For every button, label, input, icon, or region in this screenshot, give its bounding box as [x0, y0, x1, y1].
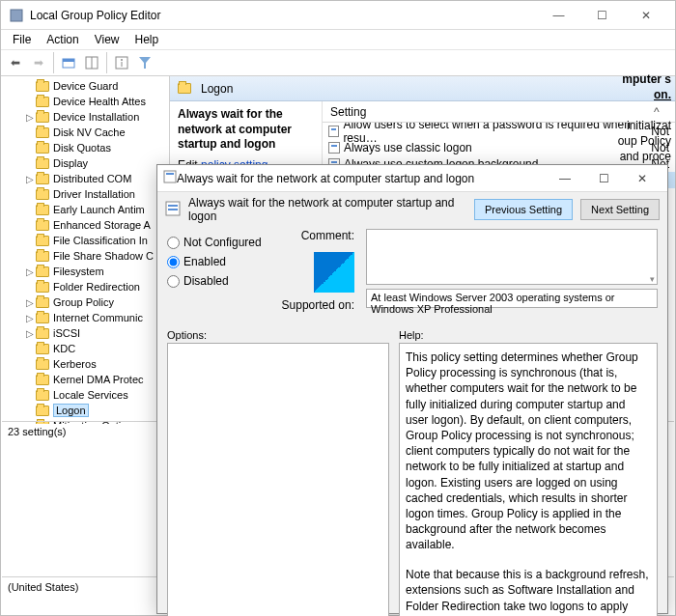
tree-item[interactable]: ▷KDC — [5, 341, 169, 356]
svg-rect-0 — [11, 10, 22, 21]
setting-title: Always wait for the network at computer … — [178, 107, 314, 153]
tree-item[interactable]: ▷Disk Quotas — [5, 140, 169, 155]
dialog-titlebar[interactable]: Always wait for the network at computer … — [157, 165, 667, 192]
menu-action[interactable]: Action — [39, 31, 86, 48]
folder-name: Logon — [201, 82, 233, 96]
options-label: Options: — [167, 329, 389, 341]
menubar: File Action View Help — [1, 30, 675, 49]
back-button[interactable]: ⬅ — [5, 52, 26, 73]
dialog-title: Always wait for the network at computer … — [177, 172, 546, 185]
properties-button[interactable] — [111, 52, 132, 73]
up-button[interactable] — [58, 52, 79, 73]
dialog-minimize[interactable]: — — [546, 166, 584, 191]
help-label: Help: — [399, 329, 658, 341]
tree-item[interactable]: ▷Locale Services — [5, 387, 169, 403]
tree-item[interactable]: ▷Driver Installation — [5, 186, 169, 202]
window-title: Local Group Policy Editor — [30, 9, 537, 22]
tree-item[interactable]: ▷Device Installation — [5, 109, 169, 125]
tree-item[interactable]: ▷Device Health Attes — [5, 94, 169, 109]
tree-item[interactable]: ▷Disk NV Cache — [5, 125, 169, 140]
tree-item[interactable]: ▷Kernel DMA Protec — [5, 372, 169, 387]
radio-disabled[interactable]: Disabled — [167, 271, 273, 291]
svg-marker-8 — [139, 57, 151, 69]
dialog-close[interactable]: ✕ — [623, 166, 662, 191]
tree-item[interactable]: ▷File Share Shadow C — [5, 248, 169, 264]
policy-icon — [165, 201, 181, 219]
separator — [53, 52, 54, 73]
radio-enabled[interactable]: Enabled — [167, 252, 273, 271]
dialog-maximize[interactable]: ☐ — [584, 166, 623, 191]
tree-item[interactable]: ▷Group Policy — [5, 294, 169, 310]
comment-label: Comment: — [281, 229, 354, 252]
tree-item[interactable]: ▷Logon — [5, 403, 169, 418]
tree-item[interactable]: ▷iSCSI — [5, 325, 169, 341]
folder-header: Logon — [170, 76, 675, 101]
comment-field[interactable] — [366, 229, 658, 285]
tree-item[interactable]: ▷File Classification In — [5, 233, 169, 248]
close-button[interactable]: ✕ — [624, 2, 667, 29]
svg-rect-9 — [164, 171, 176, 182]
separator — [106, 52, 107, 73]
titlebar[interactable]: Local Group Policy Editor — ☐ ✕ — [1, 1, 675, 30]
toolbar: ⬅ ➡ — [1, 49, 675, 76]
svg-rect-10 — [166, 173, 174, 175]
filter-button[interactable] — [134, 52, 155, 73]
forward-button: ➡ — [28, 52, 49, 73]
svg-point-6 — [121, 59, 123, 61]
folder-icon — [178, 83, 191, 94]
logo-icon — [314, 252, 354, 293]
svg-rect-13 — [168, 209, 178, 210]
tree-pane[interactable]: ▷Device Guard▷Device Health Attes▷Device… — [1, 76, 170, 424]
tree-item[interactable]: ▷Device Guard — [5, 78, 169, 94]
tree-item[interactable]: ▷Distributed COM — [5, 171, 169, 186]
menu-view[interactable]: View — [87, 31, 127, 48]
supported-label: Supported on: — [281, 298, 354, 322]
tree-item[interactable]: ▷Enhanced Storage A — [5, 217, 169, 233]
list-header[interactable]: Setting ^ — [323, 101, 675, 123]
dialog-icon — [163, 170, 177, 186]
policy-name: Always wait for the network at computer … — [188, 196, 466, 223]
tree-item[interactable]: ▷Kerberos — [5, 356, 169, 372]
tree-item[interactable]: ▷Internet Communic — [5, 310, 169, 325]
policy-dialog[interactable]: Always wait for the network at computer … — [156, 164, 668, 614]
previous-setting-button[interactable]: Previous Setting — [474, 199, 573, 220]
tree-item[interactable]: ▷Display — [5, 155, 169, 171]
maximize-button[interactable]: ☐ — [580, 2, 624, 29]
svg-rect-12 — [168, 205, 178, 207]
next-setting-button[interactable]: Next Setting — [580, 199, 660, 220]
menu-help[interactable]: Help — [127, 31, 167, 48]
help-box: This policy setting determines whether G… — [399, 343, 658, 616]
svg-rect-2 — [63, 59, 74, 62]
app-icon — [9, 8, 24, 23]
minimize-button[interactable]: — — [537, 2, 580, 29]
tree-item[interactable]: ▷Folder Redirection — [5, 279, 169, 294]
show-hide-button[interactable] — [81, 52, 102, 73]
tree-item[interactable]: ▷Early Launch Antim — [5, 202, 169, 217]
menu-file[interactable]: File — [5, 31, 39, 48]
radio-not-configured[interactable]: Not Configured — [167, 233, 273, 252]
supported-field: At least Windows Server 2003 operating s… — [366, 289, 658, 308]
options-box[interactable] — [167, 343, 389, 616]
tree-item[interactable]: ▷Filesystem — [5, 264, 169, 279]
column-setting[interactable]: Setting — [330, 105, 366, 119]
